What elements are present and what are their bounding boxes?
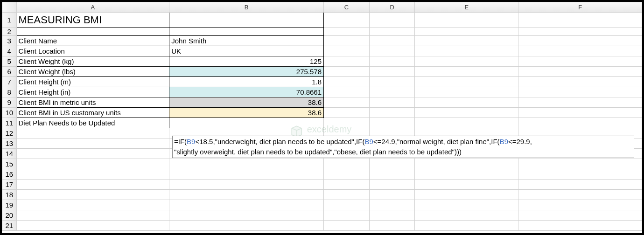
cell-a7[interactable]: Client Height (m): [16, 77, 169, 87]
cell-d8[interactable]: [369, 87, 415, 97]
row-header-11[interactable]: 11: [2, 118, 17, 128]
cell-f3[interactable]: [518, 36, 642, 46]
cell-b8[interactable]: 70.8661: [169, 87, 324, 97]
row-header-1[interactable]: 1: [2, 13, 17, 28]
row-header-6[interactable]: 6: [2, 67, 17, 77]
row-header-15[interactable]: 15: [2, 159, 17, 169]
cell-c2[interactable]: [324, 28, 370, 36]
cell-c5[interactable]: [324, 56, 370, 67]
cell-a3[interactable]: Client Name: [16, 36, 169, 46]
cell-b11[interactable]: [169, 118, 324, 128]
cell-c7[interactable]: [324, 77, 370, 87]
cell-b6[interactable]: 275.578: [169, 67, 324, 77]
cell-b2[interactable]: [169, 28, 324, 36]
cell-c8[interactable]: [324, 87, 370, 97]
cell-f7[interactable]: [518, 77, 642, 87]
formula-edit-overlay[interactable]: =IF(B9<18.5,"underweight, diet plan need…: [172, 136, 634, 158]
row-header-10[interactable]: 10: [2, 108, 17, 118]
cell-f1[interactable]: [518, 13, 642, 28]
cell-a12[interactable]: [16, 128, 169, 138]
cell-d9[interactable]: [369, 97, 415, 108]
cell-f6[interactable]: [518, 67, 642, 77]
cell-e3[interactable]: [415, 36, 518, 46]
cell-e4[interactable]: [415, 46, 518, 56]
cell-a2[interactable]: [16, 28, 169, 36]
column-header-b[interactable]: B: [169, 2, 324, 13]
row-header-4[interactable]: 4: [2, 46, 17, 56]
cell-a5[interactable]: Client Weight (kg): [16, 56, 169, 67]
cell-f4[interactable]: [518, 46, 642, 56]
column-header-a[interactable]: A: [16, 2, 169, 13]
row-header-9[interactable]: 9: [2, 97, 17, 108]
cell-e8[interactable]: [415, 87, 518, 97]
cell-e5[interactable]: [415, 56, 518, 67]
row-header-8[interactable]: 8: [2, 87, 17, 97]
column-header-e[interactable]: E: [415, 2, 518, 13]
cell-c1[interactable]: [324, 13, 370, 28]
cell-e10[interactable]: [415, 108, 518, 118]
cell-d10[interactable]: [369, 108, 415, 118]
row-header-14[interactable]: 14: [2, 149, 17, 159]
cell-c4[interactable]: [324, 46, 370, 56]
cell-f9[interactable]: [518, 97, 642, 108]
row-header-12[interactable]: 12: [2, 128, 17, 138]
cell-a6[interactable]: Client Weight (lbs): [16, 67, 169, 77]
cell-c11[interactable]: [324, 118, 370, 128]
cell-e7[interactable]: [415, 77, 518, 87]
cell-b7[interactable]: 1.8: [169, 77, 324, 87]
cell-f10[interactable]: [518, 108, 642, 118]
row-header-21[interactable]: 21: [2, 221, 17, 231]
cell-f2[interactable]: [518, 28, 642, 36]
cell-f5[interactable]: [518, 56, 642, 67]
row-6: 6 Client Weight (lbs) 275.578: [2, 67, 642, 77]
row-header-7[interactable]: 7: [2, 77, 17, 87]
cell-f11[interactable]: [518, 118, 642, 128]
cell-a4[interactable]: Client Location: [16, 46, 169, 56]
cell-c9[interactable]: [324, 97, 370, 108]
cell-d6[interactable]: [369, 67, 415, 77]
cell-e11[interactable]: [415, 118, 518, 128]
row-header-18[interactable]: 18: [2, 190, 17, 200]
cell-b9[interactable]: 38.6: [169, 97, 324, 108]
cell-a11[interactable]: Diet Plan Needs to be Updated: [16, 118, 169, 128]
cell-c3[interactable]: [324, 36, 370, 46]
row-header-16[interactable]: 16: [2, 169, 17, 180]
formula-ref-3: B9: [500, 138, 508, 145]
column-header-d[interactable]: D: [369, 2, 415, 13]
row-header-19[interactable]: 19: [2, 200, 17, 210]
cell-d5[interactable]: [369, 56, 415, 67]
cell-d3[interactable]: [369, 36, 415, 46]
row-header-2[interactable]: 2: [2, 28, 17, 36]
cell-d2[interactable]: [369, 28, 415, 36]
cell-b1[interactable]: [169, 13, 324, 28]
cell-f8[interactable]: [518, 87, 642, 97]
row-header-5[interactable]: 5: [2, 56, 17, 67]
formula-ref-1: B9: [187, 138, 195, 145]
spreadsheet-grid[interactable]: A B C D E F 1 MEASURING BMI 2: [2, 2, 642, 231]
cell-e9[interactable]: [415, 97, 518, 108]
cell-d11[interactable]: [369, 118, 415, 128]
cell-e1[interactable]: [415, 13, 518, 28]
cell-b5[interactable]: 125: [169, 56, 324, 67]
cell-a1[interactable]: MEASURING BMI: [16, 13, 169, 28]
row-header-17[interactable]: 17: [2, 180, 17, 190]
column-header-f[interactable]: F: [518, 2, 642, 13]
cell-e2[interactable]: [415, 28, 518, 36]
cell-b4[interactable]: UK: [169, 46, 324, 56]
cell-a10[interactable]: Client BMI in US customary units: [16, 108, 169, 118]
cell-d1[interactable]: [369, 13, 415, 28]
cell-e6[interactable]: [415, 67, 518, 77]
cell-c10[interactable]: [324, 108, 370, 118]
cell-d4[interactable]: [369, 46, 415, 56]
row-header-3[interactable]: 3: [2, 36, 17, 46]
row-header-13[interactable]: 13: [2, 138, 17, 149]
cell-b10[interactable]: 38.6: [169, 108, 324, 118]
cell-a8[interactable]: Client Height (in): [16, 87, 169, 97]
column-header-c[interactable]: C: [324, 2, 370, 13]
cell-b3[interactable]: John Smith: [169, 36, 324, 46]
cell-a9[interactable]: Client BMI in metric units: [16, 97, 169, 108]
cell-d7[interactable]: [369, 77, 415, 87]
cell-c6[interactable]: [324, 67, 370, 77]
select-all-corner[interactable]: [2, 2, 17, 13]
row-header-20[interactable]: 20: [2, 210, 17, 221]
